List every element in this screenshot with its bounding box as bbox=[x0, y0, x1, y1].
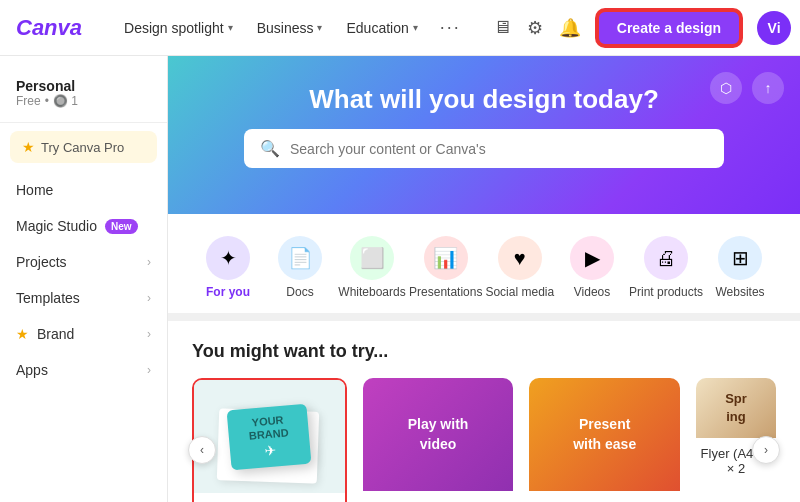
card-video[interactable]: Play withvideo Video bbox=[363, 378, 514, 502]
cards-prev-button[interactable]: ‹ bbox=[188, 436, 216, 464]
avatar[interactable]: Vi bbox=[757, 11, 791, 45]
header: Canva Design spotlight ▾ Business ▾ Educ… bbox=[0, 0, 800, 56]
bell-icon[interactable]: 🔔 bbox=[559, 17, 581, 39]
chevron-right-icon: › bbox=[147, 291, 151, 305]
presentation-card-label: Presentation (16:9) bbox=[529, 491, 680, 502]
chevron-down-icon: ▾ bbox=[413, 22, 418, 33]
category-docs[interactable]: 📄 Docs bbox=[264, 230, 336, 305]
social-media-icon: ♥ bbox=[498, 236, 542, 280]
sidebar-profile: Personal Free • 🔘 1 bbox=[0, 68, 167, 123]
search-input[interactable] bbox=[290, 141, 708, 157]
star-icon: ★ bbox=[22, 139, 35, 155]
star-icon: ★ bbox=[16, 326, 29, 342]
presentations-icon: 📊 bbox=[424, 236, 468, 280]
category-bar: ✦ For you 📄 Docs ⬜ Whiteboards 📊 Present… bbox=[168, 214, 800, 313]
sidebar-item-projects[interactable]: Projects › bbox=[0, 245, 167, 279]
logo-card-thumbnail: YOURBRAND ✈ bbox=[194, 380, 345, 493]
logo[interactable]: Canva bbox=[16, 15, 82, 41]
header-right: 🖥 ⚙ 🔔 Create a design Vi bbox=[493, 10, 791, 46]
suggestions-section: You might want to try... ‹ YOURBRAND ✈ bbox=[168, 321, 800, 502]
upload-icon[interactable]: ↑ bbox=[752, 72, 784, 104]
suggestion-cards: ‹ YOURBRAND ✈ Logo bbox=[192, 378, 776, 502]
category-presentations[interactable]: 📊 Presentations bbox=[408, 230, 484, 305]
chevron-right-icon: › bbox=[147, 327, 151, 341]
videos-icon: ▶ bbox=[570, 236, 614, 280]
monitor-icon[interactable]: 🖥 bbox=[493, 17, 511, 38]
nav-education[interactable]: Education ▾ bbox=[336, 14, 427, 42]
category-websites[interactable]: ⊞ Websites bbox=[704, 230, 776, 305]
presentation-card-thumbnail: Presentwith ease bbox=[529, 378, 680, 491]
profile-name: Personal bbox=[16, 78, 151, 94]
chevron-down-icon: ▾ bbox=[317, 22, 322, 33]
chevron-right-icon: › bbox=[147, 363, 151, 377]
search-icon: 🔍 bbox=[260, 139, 280, 158]
category-whiteboards[interactable]: ⬜ Whiteboards bbox=[336, 230, 408, 305]
sidebar-item-templates[interactable]: Templates › bbox=[0, 281, 167, 315]
video-card-thumbnail: Play withvideo bbox=[363, 378, 514, 491]
sidebar-item-apps[interactable]: Apps › bbox=[0, 353, 167, 387]
category-print-products[interactable]: 🖨 Print products bbox=[628, 230, 704, 305]
category-videos[interactable]: ▶ Videos bbox=[556, 230, 628, 305]
app-layout: Personal Free • 🔘 1 ★ Try Canva Pro Home… bbox=[0, 56, 800, 502]
main-nav: Design spotlight ▾ Business ▾ Education … bbox=[114, 11, 469, 44]
profile-sub: Free • 🔘 1 bbox=[16, 94, 151, 108]
try-canva-pro-button[interactable]: ★ Try Canva Pro bbox=[10, 131, 157, 163]
search-bar: 🔍 bbox=[244, 129, 724, 168]
chevron-down-icon: ▾ bbox=[228, 22, 233, 33]
card-logo[interactable]: YOURBRAND ✈ Logo bbox=[192, 378, 347, 502]
category-social-media[interactable]: ♥ Social media bbox=[484, 230, 557, 305]
sidebar-item-magic-studio[interactable]: Magic Studio New bbox=[0, 209, 167, 243]
video-card-label: Video bbox=[363, 491, 514, 502]
for-you-icon: ✦ bbox=[206, 236, 250, 280]
docs-icon: 📄 bbox=[278, 236, 322, 280]
main-content: ⬡ ↑ What will you design today? 🔍 ✦ For … bbox=[168, 56, 800, 502]
hero-title: What will you design today? bbox=[200, 84, 768, 115]
websites-icon: ⊞ bbox=[718, 236, 762, 280]
settings-icon[interactable]: ⚙ bbox=[527, 17, 543, 39]
logo-card-label: Logo bbox=[194, 493, 345, 502]
whiteboards-icon: ⬜ bbox=[350, 236, 394, 280]
frame-icon[interactable]: ⬡ bbox=[710, 72, 742, 104]
nav-more-button[interactable]: ··· bbox=[432, 11, 469, 44]
hero-banner: ⬡ ↑ What will you design today? 🔍 bbox=[168, 56, 800, 214]
sidebar-item-home[interactable]: Home bbox=[0, 173, 167, 207]
sidebar: Personal Free • 🔘 1 ★ Try Canva Pro Home… bbox=[0, 56, 168, 502]
nav-business[interactable]: Business ▾ bbox=[247, 14, 333, 42]
new-badge: New bbox=[105, 219, 138, 234]
card-presentation[interactable]: Presentwith ease Presentation (16:9) bbox=[529, 378, 680, 502]
print-products-icon: 🖨 bbox=[644, 236, 688, 280]
flyer-card-thumbnail: Spring bbox=[696, 378, 776, 438]
hero-icons: ⬡ ↑ bbox=[710, 72, 784, 104]
chevron-right-icon: › bbox=[147, 255, 151, 269]
category-for-you[interactable]: ✦ For you bbox=[192, 230, 264, 305]
nav-design-spotlight[interactable]: Design spotlight ▾ bbox=[114, 14, 243, 42]
section-title: You might want to try... bbox=[192, 341, 776, 362]
cards-next-button[interactable]: › bbox=[752, 436, 780, 464]
create-design-button[interactable]: Create a design bbox=[597, 10, 741, 46]
sidebar-item-brand[interactable]: ★ Brand › bbox=[0, 317, 167, 351]
